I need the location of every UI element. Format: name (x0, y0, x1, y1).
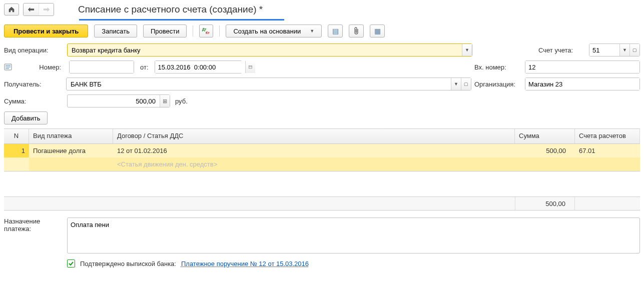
operation-type-input[interactable] (68, 46, 462, 54)
recipient-combo[interactable]: ▼ ▢ (66, 78, 471, 90)
payment-order-link[interactable]: Платежное поручение № 12 от 15.03.2016 (181, 260, 309, 268)
number-label: Номер: (17, 64, 66, 71)
cell-account[interactable]: 67.01 (575, 144, 640, 158)
calendar-button[interactable] (245, 61, 255, 73)
confirmed-label: Подтверждено выпиской банка: (80, 260, 176, 268)
sum-field[interactable]: ⊞ (67, 94, 170, 108)
save-button[interactable]: Записать (94, 24, 137, 38)
report-button[interactable]: ▤ (328, 24, 343, 38)
incoming-number-field[interactable] (525, 60, 640, 74)
date-input[interactable] (155, 61, 245, 73)
table-row[interactable]: 1 Погашение долга 12 от 01.02.2016 500,0… (4, 144, 640, 158)
cell-payment-type[interactable]: Погашение долга (29, 144, 113, 158)
back-button[interactable] (24, 4, 39, 16)
home-button[interactable] (4, 4, 19, 16)
purpose-label: Назначение платежа: (4, 218, 64, 254)
table-totals: 500,00 (4, 196, 640, 210)
dt-kt-button[interactable]: Дт Кт (199, 24, 213, 38)
dt-kt-icon: Дт Кт (202, 27, 211, 35)
table-row[interactable]: <Статья движения ден. средств> (4, 158, 640, 171)
calendar-icon (249, 64, 252, 70)
combo-open-button[interactable]: ▢ (461, 78, 471, 90)
arrow-right-icon (43, 6, 50, 12)
caret-down-icon: ▼ (310, 28, 314, 34)
recipient-label: Получатель: (4, 80, 63, 88)
th-payment-type[interactable]: Вид платежа (29, 129, 113, 144)
th-sum[interactable]: Сумма (515, 129, 575, 144)
cell-sum[interactable]: 500,00 (515, 144, 575, 158)
confirmed-checkbox[interactable] (67, 260, 75, 268)
operation-type-label: Вид операции: (4, 46, 64, 54)
post-and-close-button[interactable]: Провести и закрыть (4, 24, 88, 38)
combo-dropdown-button[interactable]: ▼ (619, 44, 629, 56)
incoming-number-label: Вх. номер: (474, 64, 522, 71)
forward-button[interactable] (39, 4, 54, 16)
svg-text:Кт: Кт (206, 31, 210, 34)
incoming-number-input[interactable] (525, 61, 639, 73)
account-input[interactable] (589, 44, 619, 56)
cell-dds-placeholder[interactable]: <Статья движения ден. средств> (113, 158, 515, 171)
add-row-button[interactable]: Добавить (4, 112, 48, 124)
sum-unit: руб. (175, 98, 188, 105)
post-button[interactable]: Провести (143, 24, 187, 38)
cell-row-number: 1 (4, 144, 29, 158)
organization-combo[interactable] (525, 78, 640, 90)
date-field[interactable] (155, 60, 242, 74)
calculator-button[interactable]: ⊞ (160, 95, 170, 107)
account-label: Счет учета: (538, 46, 586, 54)
organization-input[interactable] (525, 78, 639, 90)
list-icon: ▦ (374, 27, 381, 35)
number-field[interactable] (69, 60, 134, 74)
title-underline (79, 19, 284, 20)
calculator-icon: ⊞ (163, 98, 167, 104)
arrow-left-icon (28, 6, 35, 12)
payments-table: N Вид платежа Договор / Статья ДДС Сумма… (4, 128, 640, 172)
th-accounts[interactable]: Счета расчетов (575, 129, 640, 144)
combo-open-button[interactable]: ▢ (629, 44, 639, 56)
purpose-textarea[interactable] (67, 218, 640, 254)
date-label: от: (140, 64, 149, 71)
document-icon (4, 64, 12, 70)
operation-type-combo[interactable]: ▼ (67, 44, 472, 56)
svg-rect-6 (249, 66, 252, 68)
number-input[interactable] (70, 61, 134, 73)
attach-button[interactable] (349, 24, 364, 38)
home-icon (8, 6, 15, 13)
document-icon: ▤ (332, 27, 339, 35)
cell-contract[interactable]: 12 от 01.02.2016 (113, 144, 515, 158)
th-contract[interactable]: Договор / Статья ДДС (113, 129, 515, 144)
sum-input[interactable] (68, 98, 160, 105)
combo-dropdown-button[interactable]: ▼ (451, 78, 461, 90)
create-based-button[interactable]: Создать на основании ▼ (226, 24, 322, 38)
page-title: Списание с расчетного счета (создание) * (78, 4, 263, 15)
list-button[interactable]: ▦ (370, 24, 385, 38)
check-icon (68, 260, 74, 266)
organization-label: Организация: (474, 80, 522, 88)
sum-label: Сумма: (4, 98, 64, 105)
table-header: N Вид платежа Договор / Статья ДДС Сумма… (4, 129, 640, 144)
total-sum: 500,00 (515, 197, 575, 210)
account-combo[interactable]: ▼ ▢ (589, 44, 640, 56)
paperclip-icon (353, 27, 359, 35)
th-n[interactable]: N (4, 129, 29, 144)
recipient-input[interactable] (67, 80, 451, 88)
combo-dropdown-button[interactable]: ▼ (462, 44, 472, 56)
